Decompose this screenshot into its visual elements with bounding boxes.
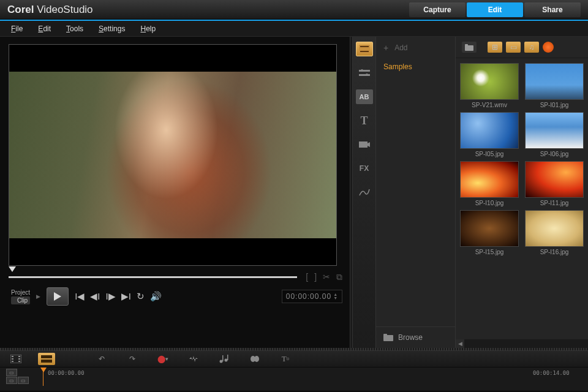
svg-rect-22 (41, 360, 52, 363)
media-icon[interactable] (356, 42, 373, 56)
undo-button[interactable]: ↶ (93, 353, 110, 365)
filter-all-icon[interactable]: ⊞ (488, 42, 502, 53)
svg-rect-2 (360, 46, 369, 47)
svg-rect-17 (12, 361, 13, 362)
timecode-spinner[interactable]: ▲▼ (333, 293, 338, 300)
svg-point-24 (225, 359, 228, 362)
repeat-button[interactable]: ↻ (137, 291, 145, 302)
tab-capture[interactable]: Capture (409, 2, 466, 17)
fullscreen-icon[interactable]: ⧉ (336, 272, 342, 282)
playhead-icon[interactable] (40, 368, 47, 372)
tab-share[interactable]: Share (524, 2, 581, 17)
timeline-toolbar: ↶ ↷ ⬤▾ T▫ (0, 350, 588, 368)
track-motion-button[interactable] (246, 353, 263, 365)
filter-video-icon[interactable]: ▭ (506, 42, 521, 53)
filter-icon[interactable]: FX (356, 161, 373, 176)
workflow-tabs: Capture Edit Share (409, 2, 581, 17)
track-icon[interactable]: ▭ (6, 369, 17, 376)
timeline-view-button[interactable] (38, 353, 55, 365)
svg-rect-12 (465, 45, 473, 51)
transport-controls: Project Clip ▶ I◀ ◀I I▶ ▶I ↻ 🔊 00:00:00.… (9, 284, 342, 306)
playhead-line[interactable] (43, 368, 43, 386)
svg-point-23 (220, 360, 223, 363)
library-category-rail: AB T FX (353, 37, 376, 348)
library-item[interactable]: SP-I16.jpg (524, 210, 584, 255)
svg-rect-8 (359, 141, 368, 148)
svg-rect-16 (12, 358, 13, 360)
title-bar: Corel VideoStudio Capture Edit Share (0, 0, 588, 20)
folder-icon[interactable] (462, 42, 477, 53)
scroll-left-icon[interactable]: ◀ (456, 339, 464, 348)
redo-button[interactable]: ↷ (124, 353, 141, 365)
svg-rect-15 (12, 356, 13, 357)
track-icon[interactable]: ▭ (6, 377, 17, 384)
library-content: ⊞ ▭ ♫ SP-V21.wmv SP-I01.jpg SP-I05.jpg S… (456, 37, 588, 348)
library-item[interactable]: SP-I05.jpg (459, 112, 519, 157)
graphic-icon[interactable] (356, 137, 373, 152)
record-button[interactable]: ⬤▾ (154, 353, 172, 365)
preview-viewport[interactable] (9, 44, 337, 266)
path-icon[interactable] (356, 185, 373, 200)
svg-rect-19 (18, 358, 20, 360)
svg-rect-3 (360, 51, 369, 52)
menu-file[interactable]: File (11, 24, 23, 33)
preview-mode-toggle[interactable]: Project Clip (11, 288, 30, 304)
svg-rect-4 (359, 70, 370, 72)
prev-frame-button[interactable]: ◀I (90, 291, 100, 302)
scrub-track[interactable] (9, 276, 297, 278)
library-item[interactable]: SP-I06.jpg (524, 112, 584, 157)
play-button[interactable] (47, 287, 69, 306)
title-icon[interactable]: T (356, 113, 373, 128)
volume-button[interactable]: 🔊 (150, 291, 162, 302)
plus-icon: + (383, 43, 388, 53)
storyboard-view-button[interactable] (7, 353, 24, 365)
subtitle-button[interactable]: T▫ (277, 353, 294, 365)
add-folder-button[interactable]: + Add (376, 37, 455, 58)
mark-out-icon[interactable]: ] (314, 272, 317, 282)
svg-rect-21 (41, 355, 52, 358)
svg-rect-11 (383, 334, 387, 336)
track-headers: ▭ ▭ ▭ (6, 369, 29, 384)
menu-settings[interactable]: Settings (99, 24, 125, 33)
mark-in-icon[interactable]: [ (306, 272, 308, 282)
next-frame-button[interactable]: I▶ (105, 291, 115, 302)
main-area: [ ] ✂ ⧉ Project Clip ▶ I◀ ◀I I▶ (0, 37, 588, 348)
library-item[interactable]: SP-I01.jpg (524, 63, 584, 108)
svg-rect-13 (465, 44, 468, 46)
menu-edit[interactable]: Edit (38, 24, 51, 33)
library-item[interactable]: SP-I11.jpg (524, 161, 584, 206)
svg-marker-0 (54, 292, 61, 301)
cut-icon[interactable]: ✂ (323, 272, 330, 282)
browse-button[interactable]: Browse (376, 326, 455, 348)
scrub-bar: [ ] ✂ ⧉ (9, 266, 342, 284)
svg-rect-20 (18, 361, 20, 362)
track-icon[interactable]: ▭ (18, 377, 29, 384)
tab-edit[interactable]: Edit (467, 2, 523, 17)
library-item[interactable]: SP-V21.wmv (459, 63, 519, 108)
svg-rect-5 (359, 74, 370, 76)
sound-mix-icon[interactable] (356, 66, 373, 80)
scrub-playhead[interactable] (9, 266, 16, 272)
library-hscroll[interactable]: ◀ (456, 339, 588, 348)
library-panel: AB T FX + Add Samples Browse (353, 37, 588, 348)
menu-help[interactable]: Help (140, 24, 156, 33)
audio-mixer-button[interactable] (185, 353, 202, 365)
svg-point-28 (254, 356, 259, 362)
library-item[interactable]: SP-I15.jpg (459, 210, 519, 255)
library-item[interactable]: SP-I10.jpg (459, 161, 519, 206)
folder-samples[interactable]: Samples (376, 58, 455, 76)
menu-tools[interactable]: Tools (66, 24, 83, 33)
time-tick-label: 00:00:14.00 (533, 370, 570, 376)
svg-marker-9 (368, 142, 370, 147)
go-end-button[interactable]: ▶I (121, 291, 131, 302)
transition-icon[interactable]: AB (356, 89, 373, 104)
library-filter-bar: ⊞ ▭ ♫ (456, 37, 588, 58)
svg-rect-25 (222, 355, 224, 361)
go-start-button[interactable]: I◀ (75, 291, 85, 302)
filter-photo-icon[interactable]: ♫ (524, 42, 539, 53)
timecode-display[interactable]: 00:00:00.00 ▲▼ (282, 290, 342, 303)
auto-music-button[interactable] (216, 353, 233, 365)
filter-instant-icon[interactable] (543, 42, 554, 53)
timeline-ruler[interactable]: ▭ ▭ ▭ 00:00:00.00 00:00:14.00 (0, 368, 588, 391)
time-tick-label: 00:00:00.00 (48, 370, 85, 376)
